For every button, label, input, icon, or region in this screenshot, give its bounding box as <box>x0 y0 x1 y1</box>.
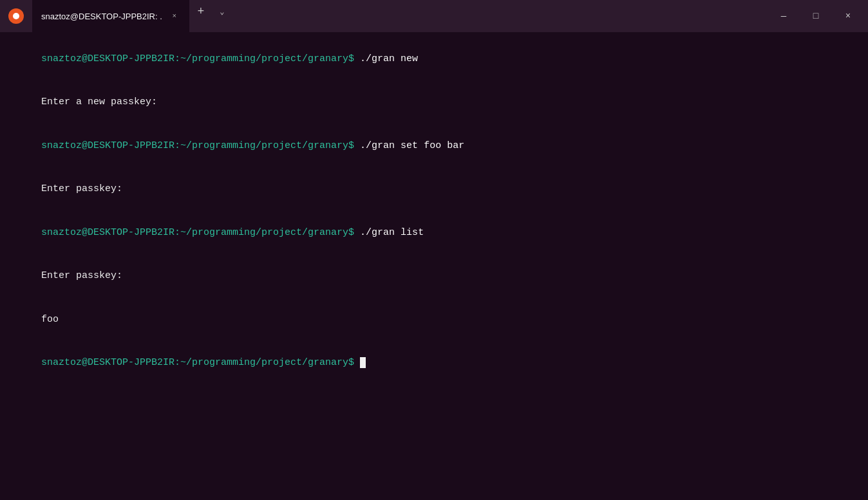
output-text-4: foo <box>41 314 59 325</box>
terminal-body[interactable]: snaztoz@DESKTOP-JPPB2IR:~/programming/pr… <box>0 32 868 500</box>
maximize-button[interactable]: □ <box>801 0 831 32</box>
dollar-3: $ <box>348 227 354 238</box>
dollar-4: $ <box>348 357 354 368</box>
tab-area: snaztoz@DESKTOP-JPPB2IR: . × + ⌄ <box>32 0 769 32</box>
prompt-3: snaztoz@DESKTOP-JPPB2IR:~/programming/pr… <box>41 227 348 238</box>
dollar-1: $ <box>348 53 354 64</box>
dollar-2: $ <box>348 140 354 151</box>
window-close-button[interactable]: × <box>833 0 863 32</box>
terminal-output-1: Enter a new passkey: <box>6 81 862 125</box>
terminal-output-4: foo <box>6 298 862 342</box>
terminal-output-2: Enter passkey: <box>6 168 862 212</box>
cmd-2: ./gran set foo bar <box>354 140 464 151</box>
titlebar: snaztoz@DESKTOP-JPPB2IR: . × + ⌄ — □ × <box>0 0 868 32</box>
tab-title: snaztoz@DESKTOP-JPPB2IR: . <box>41 12 162 21</box>
terminal-cursor <box>360 357 366 368</box>
terminal-output-3: Enter passkey: <box>6 255 862 299</box>
minimize-button[interactable]: — <box>769 0 798 32</box>
terminal-line-3: snaztoz@DESKTOP-JPPB2IR:~/programming/pr… <box>6 211 862 255</box>
ubuntu-icon <box>0 0 32 32</box>
terminal-line-2: snaztoz@DESKTOP-JPPB2IR:~/programming/pr… <box>6 124 862 168</box>
output-text-3: Enter passkey: <box>41 270 122 281</box>
cmd-4 <box>354 357 360 368</box>
dropdown-button[interactable]: ⌄ <box>212 0 232 23</box>
prompt-2: snaztoz@DESKTOP-JPPB2IR:~/programming/pr… <box>41 140 348 151</box>
cmd-1: ./gran new <box>354 53 418 64</box>
new-tab-button[interactable]: + <box>189 0 212 23</box>
terminal-line-4: snaztoz@DESKTOP-JPPB2IR:~/programming/pr… <box>6 342 862 385</box>
active-tab[interactable]: snaztoz@DESKTOP-JPPB2IR: . × <box>32 0 189 32</box>
prompt-1: snaztoz@DESKTOP-JPPB2IR:~/programming/pr… <box>41 53 348 64</box>
terminal-line-1: snaztoz@DESKTOP-JPPB2IR:~/programming/pr… <box>6 37 862 81</box>
output-text-2: Enter passkey: <box>41 183 122 194</box>
prompt-4: snaztoz@DESKTOP-JPPB2IR:~/programming/pr… <box>41 357 348 368</box>
output-text-1: Enter a new passkey: <box>41 97 157 107</box>
tab-close-button[interactable]: × <box>169 10 180 22</box>
terminal-window: snaztoz@DESKTOP-JPPB2IR: . × + ⌄ — □ × s… <box>0 0 868 500</box>
cmd-3: ./gran list <box>354 227 424 238</box>
window-controls: — □ × <box>769 0 868 32</box>
